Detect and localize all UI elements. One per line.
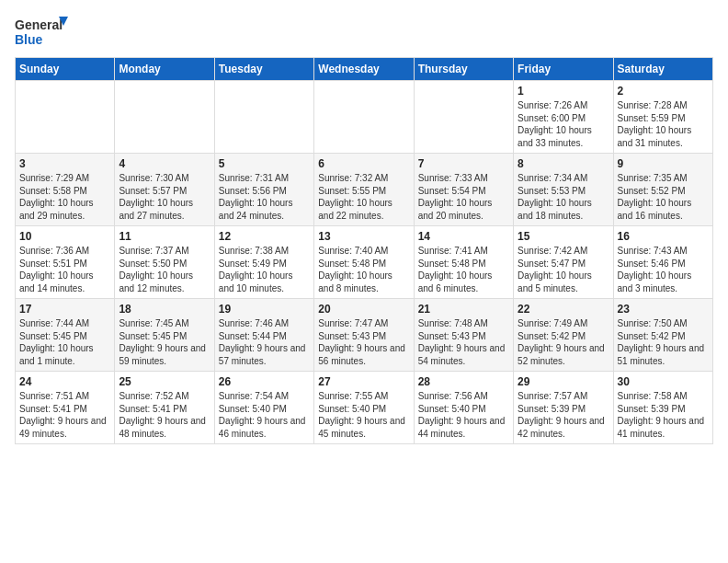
- day-cell: 22Sunrise: 7:49 AM Sunset: 5:42 PM Dayli…: [514, 299, 613, 372]
- day-cell: 29Sunrise: 7:57 AM Sunset: 5:39 PM Dayli…: [514, 372, 613, 444]
- day-cell: [214, 81, 313, 154]
- day-info: Sunrise: 7:41 AM Sunset: 5:48 PM Dayligh…: [418, 245, 509, 294]
- day-number: 9: [618, 157, 709, 170]
- day-cell: 9Sunrise: 7:35 AM Sunset: 5:52 PM Daylig…: [613, 154, 712, 226]
- column-header-wednesday: Wednesday: [314, 58, 414, 81]
- day-info: Sunrise: 7:50 AM Sunset: 5:42 PM Dayligh…: [618, 317, 709, 367]
- day-cell: 1Sunrise: 7:26 AM Sunset: 6:00 PM Daylig…: [514, 81, 613, 154]
- day-number: 11: [119, 230, 210, 243]
- day-info: Sunrise: 7:37 AM Sunset: 5:50 PM Dayligh…: [119, 245, 210, 294]
- calendar-table: SundayMondayTuesdayWednesdayThursdayFrid…: [15, 57, 713, 444]
- day-number: 10: [19, 230, 110, 243]
- day-number: 23: [618, 303, 709, 316]
- day-info: Sunrise: 7:44 AM Sunset: 5:45 PM Dayligh…: [19, 317, 110, 367]
- day-cell: 16Sunrise: 7:43 AM Sunset: 5:46 PM Dayli…: [613, 226, 712, 299]
- day-info: Sunrise: 7:46 AM Sunset: 5:44 PM Dayligh…: [219, 317, 310, 367]
- day-cell: 25Sunrise: 7:52 AM Sunset: 5:41 PM Dayli…: [115, 372, 214, 444]
- day-number: 30: [618, 375, 709, 388]
- column-header-tuesday: Tuesday: [214, 58, 313, 81]
- week-row-2: 3Sunrise: 7:29 AM Sunset: 5:58 PM Daylig…: [16, 154, 713, 226]
- day-info: Sunrise: 7:35 AM Sunset: 5:52 PM Dayligh…: [618, 172, 709, 222]
- day-number: 24: [19, 375, 110, 388]
- day-number: 19: [219, 303, 310, 316]
- day-info: Sunrise: 7:30 AM Sunset: 5:57 PM Dayligh…: [119, 172, 210, 222]
- week-row-3: 10Sunrise: 7:36 AM Sunset: 5:51 PM Dayli…: [16, 226, 713, 299]
- day-info: Sunrise: 7:32 AM Sunset: 5:55 PM Dayligh…: [318, 172, 409, 222]
- day-cell: 27Sunrise: 7:55 AM Sunset: 5:40 PM Dayli…: [314, 372, 414, 444]
- day-cell: 2Sunrise: 7:28 AM Sunset: 5:59 PM Daylig…: [613, 81, 712, 154]
- day-cell: 3Sunrise: 7:29 AM Sunset: 5:58 PM Daylig…: [16, 154, 115, 226]
- column-header-saturday: Saturday: [613, 58, 712, 81]
- day-number: 15: [518, 230, 609, 243]
- day-number: 28: [418, 375, 509, 388]
- day-number: 2: [618, 85, 709, 98]
- day-cell: 6Sunrise: 7:32 AM Sunset: 5:55 PM Daylig…: [314, 154, 414, 226]
- day-info: Sunrise: 7:34 AM Sunset: 5:53 PM Dayligh…: [518, 172, 609, 222]
- day-number: 8: [518, 157, 609, 170]
- svg-text:Blue: Blue: [15, 32, 43, 47]
- day-number: 13: [318, 230, 409, 243]
- day-info: Sunrise: 7:43 AM Sunset: 5:46 PM Dayligh…: [618, 245, 709, 294]
- day-info: Sunrise: 7:36 AM Sunset: 5:51 PM Dayligh…: [19, 245, 110, 294]
- day-cell: 20Sunrise: 7:47 AM Sunset: 5:43 PM Dayli…: [314, 299, 414, 372]
- day-cell: 26Sunrise: 7:54 AM Sunset: 5:40 PM Dayli…: [214, 372, 313, 444]
- day-info: Sunrise: 7:47 AM Sunset: 5:43 PM Dayligh…: [318, 317, 409, 367]
- day-number: 14: [418, 230, 509, 243]
- day-cell: 21Sunrise: 7:48 AM Sunset: 5:43 PM Dayli…: [414, 299, 513, 372]
- day-cell: 23Sunrise: 7:50 AM Sunset: 5:42 PM Dayli…: [613, 299, 712, 372]
- day-number: 20: [318, 303, 409, 316]
- day-number: 3: [19, 157, 110, 170]
- day-number: 12: [219, 230, 310, 243]
- column-header-sunday: Sunday: [16, 58, 115, 81]
- day-cell: 15Sunrise: 7:42 AM Sunset: 5:47 PM Dayli…: [514, 226, 613, 299]
- day-cell: 10Sunrise: 7:36 AM Sunset: 5:51 PM Dayli…: [16, 226, 115, 299]
- day-number: 25: [119, 375, 210, 388]
- day-number: 18: [119, 303, 210, 316]
- day-info: Sunrise: 7:55 AM Sunset: 5:40 PM Dayligh…: [318, 390, 409, 440]
- day-cell: [414, 81, 513, 154]
- svg-text:General: General: [15, 17, 63, 32]
- day-info: Sunrise: 7:51 AM Sunset: 5:41 PM Dayligh…: [19, 390, 110, 440]
- day-cell: 28Sunrise: 7:56 AM Sunset: 5:40 PM Dayli…: [414, 372, 513, 444]
- day-number: 16: [618, 230, 709, 243]
- day-cell: 8Sunrise: 7:34 AM Sunset: 5:53 PM Daylig…: [514, 154, 613, 226]
- day-number: 21: [418, 303, 509, 316]
- day-info: Sunrise: 7:49 AM Sunset: 5:42 PM Dayligh…: [518, 317, 609, 367]
- day-cell: 4Sunrise: 7:30 AM Sunset: 5:57 PM Daylig…: [115, 154, 214, 226]
- day-cell: 30Sunrise: 7:58 AM Sunset: 5:39 PM Dayli…: [613, 372, 712, 444]
- day-cell: [115, 81, 214, 154]
- day-number: 6: [318, 157, 409, 170]
- day-number: 22: [518, 303, 609, 316]
- week-row-4: 17Sunrise: 7:44 AM Sunset: 5:45 PM Dayli…: [16, 299, 713, 372]
- day-cell: 17Sunrise: 7:44 AM Sunset: 5:45 PM Dayli…: [16, 299, 115, 372]
- day-cell: 18Sunrise: 7:45 AM Sunset: 5:45 PM Dayli…: [115, 299, 214, 372]
- day-number: 29: [518, 375, 609, 388]
- day-cell: [16, 81, 115, 154]
- day-cell: [314, 81, 414, 154]
- day-info: Sunrise: 7:57 AM Sunset: 5:39 PM Dayligh…: [518, 390, 609, 440]
- day-number: 7: [418, 157, 509, 170]
- logo: GeneralBlue: [15, 15, 70, 50]
- day-info: Sunrise: 7:45 AM Sunset: 5:45 PM Dayligh…: [119, 317, 210, 367]
- day-info: Sunrise: 7:40 AM Sunset: 5:48 PM Dayligh…: [318, 245, 409, 294]
- day-number: 1: [518, 85, 609, 98]
- day-info: Sunrise: 7:33 AM Sunset: 5:54 PM Dayligh…: [418, 172, 509, 222]
- page-header: GeneralBlue: [15, 15, 713, 50]
- day-cell: 14Sunrise: 7:41 AM Sunset: 5:48 PM Dayli…: [414, 226, 513, 299]
- day-info: Sunrise: 7:38 AM Sunset: 5:49 PM Dayligh…: [219, 245, 310, 294]
- day-cell: 24Sunrise: 7:51 AM Sunset: 5:41 PM Dayli…: [16, 372, 115, 444]
- day-number: 4: [119, 157, 210, 170]
- day-cell: 7Sunrise: 7:33 AM Sunset: 5:54 PM Daylig…: [414, 154, 513, 226]
- week-row-5: 24Sunrise: 7:51 AM Sunset: 5:41 PM Dayli…: [16, 372, 713, 444]
- day-info: Sunrise: 7:58 AM Sunset: 5:39 PM Dayligh…: [618, 390, 709, 440]
- day-cell: 12Sunrise: 7:38 AM Sunset: 5:49 PM Dayli…: [214, 226, 313, 299]
- day-info: Sunrise: 7:26 AM Sunset: 6:00 PM Dayligh…: [518, 99, 609, 149]
- day-number: 26: [219, 375, 310, 388]
- day-info: Sunrise: 7:56 AM Sunset: 5:40 PM Dayligh…: [418, 390, 509, 440]
- day-info: Sunrise: 7:42 AM Sunset: 5:47 PM Dayligh…: [518, 245, 609, 294]
- calendar-header-row: SundayMondayTuesdayWednesdayThursdayFrid…: [16, 58, 713, 81]
- day-info: Sunrise: 7:29 AM Sunset: 5:58 PM Dayligh…: [19, 172, 110, 222]
- day-info: Sunrise: 7:52 AM Sunset: 5:41 PM Dayligh…: [119, 390, 210, 440]
- column-header-thursday: Thursday: [414, 58, 513, 81]
- day-cell: 5Sunrise: 7:31 AM Sunset: 5:56 PM Daylig…: [214, 154, 313, 226]
